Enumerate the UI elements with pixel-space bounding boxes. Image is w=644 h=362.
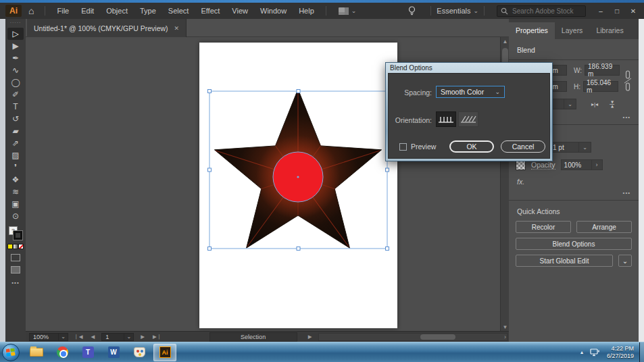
menu-item-effect[interactable]: Effect [195,7,226,15]
opacity-link[interactable]: Opacity [531,161,555,170]
file-explorer-taskbar-icon[interactable] [25,344,48,361]
tab-properties[interactable]: Properties [509,22,555,39]
menu-item-help[interactable]: Help [293,7,320,15]
scroll-right-icon[interactable]: › [504,334,506,340]
drawing-modes-icon[interactable] [11,254,20,261]
tray-expand-icon[interactable]: ▴ [580,349,583,355]
opacity-value-field[interactable]: 100% [561,159,592,170]
show-desktop-button[interactable] [639,342,644,362]
menu-item-type[interactable]: Type [134,7,162,15]
fill-stroke-indicator[interactable]: ? [9,226,22,240]
menu-item-select[interactable]: Select [162,7,195,15]
angle-dropdown-icon[interactable]: ⌄ [564,99,576,109]
teams-taskbar-icon[interactable]: T [76,344,99,361]
start-button[interactable] [2,344,20,361]
close-button[interactable]: ✕ [625,5,641,17]
menu-item-view[interactable]: View [226,7,254,15]
horizontal-scrollbar[interactable]: › [318,333,507,341]
pen-tool[interactable]: ✒ [7,52,24,64]
gradient-tool[interactable]: ▨ [7,149,24,161]
screen-mode-icon[interactable] [11,266,20,274]
ok-button[interactable]: OK [449,140,494,153]
stroke-weight-dropdown-icon[interactable]: ⌄ [579,142,591,153]
menu-item-file[interactable]: File [51,7,75,15]
chevron-down-icon[interactable]: ⌄ [351,7,357,14]
artboard-dropdown-icon[interactable]: ⌄ [124,333,134,341]
network-tray-icon[interactable] [590,348,600,357]
curvature-tool[interactable]: ∿ [7,64,24,76]
link-dimensions-icon[interactable] [624,70,632,93]
artboard-tool[interactable]: ▣ [7,198,24,210]
minimize-button[interactable]: – [593,5,609,17]
adobe-stock-search[interactable] [497,5,586,17]
width-tool[interactable]: ≋ [7,186,24,198]
toolbar-grip[interactable]: ····· [10,21,22,25]
search-input[interactable] [511,7,582,16]
discover-lightbulb-icon[interactable] [408,6,416,16]
menu-item-window[interactable]: Window [254,7,293,15]
start-global-edit-button[interactable]: Start Global Edit [516,255,613,267]
status-pane-arrow-icon[interactable]: ▶ [308,334,312,340]
stroke-weight-field[interactable]: 1 pt [549,142,579,153]
flip-vertical-icon[interactable]: ▸|◂ [610,101,616,107]
selection-tool[interactable]: ▷ [7,28,24,40]
arrange-documents-icon[interactable] [339,7,349,15]
recolor-button[interactable]: Recolor [516,221,571,233]
first-artboard-icon[interactable]: ∣◀ [75,334,84,340]
spacing-dropdown[interactable]: Smooth Color ⌄ [436,86,505,98]
opacity-options-icon[interactable]: › [592,159,603,170]
fx-effects-button[interactable]: fx. [517,178,639,186]
global-edit-dropdown-icon[interactable]: ⌄ [618,255,632,267]
transform-w-field[interactable]: 186.939 m [585,65,620,76]
eyedropper-tool[interactable]: ❜ [7,161,24,174]
workspace-switcher[interactable]: Essentials [437,7,470,15]
gradient-swatch-icon[interactable] [13,244,18,249]
paint-taskbar-icon[interactable] [128,344,151,361]
appearance-more-options-icon[interactable]: ••• [509,186,639,200]
stroke-swatch[interactable] [14,231,22,240]
flip-horizontal-icon[interactable]: ▸|◂ [591,101,598,107]
artboard-number-field[interactable]: 1 [101,333,124,341]
chevron-down-icon[interactable]: ⌄ [473,7,478,14]
blend-tool[interactable]: ❖ [7,174,24,186]
horizontal-scroll-thumb[interactable] [420,334,455,340]
taskbar-clock[interactable]: 4:22 PM 6/27/2019 [607,345,634,360]
preview-checkbox[interactable] [399,143,407,151]
zoom-dropdown-icon[interactable]: ⌄ [59,333,68,341]
tab-close-icon[interactable]: ✕ [174,25,180,32]
previous-artboard-icon[interactable]: ◀ [91,334,97,340]
edit-toolbar-more-icon[interactable]: ••• [11,280,19,286]
scale-tool[interactable]: ⇗ [7,137,24,149]
document-tab[interactable]: Untitled-1* @ 100% (CMYK/GPU Preview) ✕ [27,19,187,37]
last-artboard-icon[interactable]: ▶∣ [153,334,162,340]
word-taskbar-icon[interactable]: W [102,344,125,361]
chrome-taskbar-icon[interactable] [51,344,74,361]
tab-libraries[interactable]: Libraries [589,22,630,39]
none-swatch-icon[interactable] [18,244,24,249]
paintbrush-tool[interactable]: ✐ [7,88,24,101]
menu-item-edit[interactable]: Edit [75,7,100,15]
color-swatch-icon[interactable] [7,244,13,249]
rotate-tool[interactable]: ↺ [7,113,24,125]
arrange-button[interactable]: Arrange [576,221,632,233]
align-to-page-button[interactable] [436,111,456,127]
home-icon[interactable]: ⌂ [28,5,34,16]
blend-options-button[interactable]: Blend Options [516,238,632,250]
type-tool[interactable]: T [7,101,24,113]
eraser-tool[interactable]: ▰ [7,125,24,137]
zoom-level-field[interactable]: 100% [29,333,59,341]
cancel-button[interactable]: Cancel [501,140,545,153]
width-label: W: [574,67,582,74]
illustrator-taskbar-icon[interactable]: Ai [153,344,176,361]
transform-h-field[interactable]: 165.046 m [583,81,618,92]
next-artboard-icon[interactable]: ▶ [141,334,146,340]
direct-selection-tool[interactable]: ▶ [7,40,24,52]
tab-layers[interactable]: Layers [555,22,590,39]
align-to-path-button[interactable] [458,111,478,127]
illustrator-logo[interactable]: Ai [5,5,22,17]
zoom-tool[interactable]: ⊙ [7,210,24,222]
dialog-title-bar[interactable]: Blend Options [386,63,552,73]
menu-item-object[interactable]: Object [100,7,134,15]
maximize-button[interactable]: □ [609,5,625,17]
ellipse-tool[interactable]: ◯ [7,76,24,88]
